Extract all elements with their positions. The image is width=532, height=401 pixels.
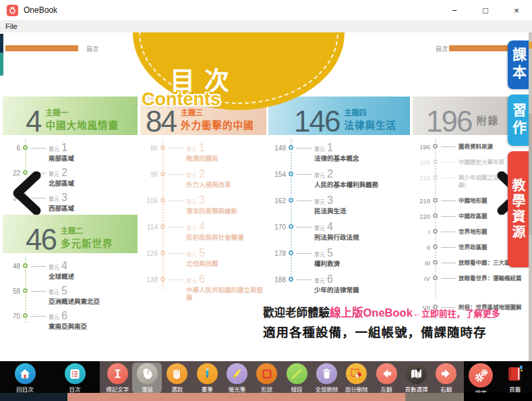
tool-toc-button[interactable]: 目次 xyxy=(60,363,90,394)
tool-mouse-button[interactable]: 滑鼠 xyxy=(132,363,162,394)
toc-item[interactable]: 96單元2外力入侵與改革 xyxy=(140,169,266,189)
toc-item[interactable]: 126單元5北伐與抗戰 xyxy=(140,248,266,268)
section-page-number: 84 xyxy=(146,109,176,135)
item-connector-line xyxy=(169,253,183,268)
item-connector-line xyxy=(441,247,456,251)
item-page-number: 148 xyxy=(268,143,286,163)
toc-item[interactable]: 170單元4刑法與行政法規 xyxy=(268,222,410,242)
tool-page-right-button[interactable]: 右翻 xyxy=(432,363,461,394)
unit-number: 1 xyxy=(327,142,333,153)
tab-textbook[interactable]: 課本 xyxy=(508,41,529,89)
tool-home-button[interactable]: 回目次 xyxy=(10,363,40,394)
settings-icon xyxy=(469,363,493,387)
item-page-number: 126 xyxy=(140,248,158,268)
tool-line-button[interactable]: 線段 xyxy=(282,363,312,394)
tool-bookmark-button[interactable]: 頁籤 xyxy=(500,363,530,394)
toc-item[interactable]: 138單元6中華人民共和國的建立與發展 xyxy=(140,275,266,301)
item-title: 亞洲概述與東北亞 xyxy=(49,298,138,305)
toc-item[interactable]: 58單元5亞洲概述與東北亞 xyxy=(3,286,138,310)
promo-link-goto[interactable]: ←立即前往，了解更多 xyxy=(413,309,500,319)
tool-page-select-button[interactable]: 頁數選擇 xyxy=(401,363,431,394)
tool-label: 畫筆 xyxy=(202,385,213,393)
toc-item[interactable]: 114單元4民初政局與社會變遷 xyxy=(140,222,266,242)
unit-label: 單元 xyxy=(49,171,59,178)
prev-page-arrow[interactable] xyxy=(11,171,43,215)
tool-pen-button[interactable]: 畫筆 xyxy=(192,363,222,394)
unit-label: 單元 xyxy=(186,252,197,258)
strip-segment-dark xyxy=(0,393,67,401)
toc-item[interactable]: IV放眼看世界：運輸樞紐篇 xyxy=(413,275,532,282)
tab-workbook[interactable]: 習作 xyxy=(508,95,529,146)
tool-mark-text-button[interactable]: 標記文字 xyxy=(102,363,132,394)
item-page-number: 96 xyxy=(140,169,158,189)
tab-teaching-resources[interactable]: 教學資源 xyxy=(508,151,529,267)
tool-label: 頁數選擇 xyxy=(405,385,427,393)
unit-label: 單元 xyxy=(49,290,59,296)
toc-item[interactable]: 188單元6少年的法律常識 xyxy=(268,275,410,294)
tool-shape-button[interactable]: 形狀 xyxy=(252,363,282,394)
section-title: 外力衝擊的中國 xyxy=(181,117,254,132)
toolbar-bottom-strip xyxy=(0,393,532,401)
section-banner[interactable]: 46主題二多元新世界 xyxy=(3,215,138,253)
item-title: 西部區域 xyxy=(49,205,138,212)
tool-select-button[interactable]: 選取 xyxy=(162,363,192,394)
unit-label: 單元 xyxy=(314,252,325,258)
close-button[interactable]: × xyxy=(501,0,532,20)
item-connector-line xyxy=(441,232,456,236)
section-page-number: 196 xyxy=(426,109,471,135)
section-banner[interactable]: 4主題一中國大地風情畫 xyxy=(3,97,138,135)
promo-text-line2: 適用各種設備，一組帳號，備課隨時存 xyxy=(263,323,512,340)
unit-label: 單元 xyxy=(186,278,197,284)
toc-item[interactable]: 86單元1晚清的變局 xyxy=(140,143,266,163)
tool-highlighter-button[interactable]: 螢光筆 xyxy=(222,363,252,394)
tool-delete-part-button[interactable]: 部分刪除 xyxy=(342,363,372,394)
item-connector-line xyxy=(441,200,456,205)
toc-item[interactable]: 48單元4全球概述 xyxy=(3,261,138,285)
unit-label: 單元 xyxy=(186,173,197,179)
strip-segment-black xyxy=(464,393,532,401)
delete-part-icon xyxy=(346,363,367,384)
item-title: 晚清的變局 xyxy=(186,155,266,162)
item-dot-marker xyxy=(286,275,297,294)
window-title: OneBook xyxy=(24,5,57,15)
minimize-button[interactable]: − xyxy=(439,0,470,20)
tool-label: 回目次 xyxy=(16,385,34,393)
menu-file[interactable]: File xyxy=(0,22,23,30)
toc-item[interactable]: 178單元5權利救濟 xyxy=(268,248,410,268)
item-dot-marker xyxy=(286,169,297,189)
toc-item[interactable]: 106單元3清末的衰頹與維新 xyxy=(140,196,266,215)
item-dot-marker xyxy=(430,228,441,236)
toc-item[interactable]: 70單元6東南亞與南亞 xyxy=(3,311,138,335)
section-banner[interactable]: 146主題四法律與生活 xyxy=(268,97,410,135)
toc-item[interactable]: 154單元2人民的基本權利與義務 xyxy=(268,169,410,189)
unit-label: 單元 xyxy=(49,315,59,321)
toc-item[interactable]: 6單元1南部區域 xyxy=(3,143,138,167)
tool-delete-all-button[interactable]: 全部刪除 xyxy=(312,363,341,394)
tool-label: 目次 xyxy=(69,385,80,393)
strip-segment-salmon xyxy=(67,393,405,401)
right-panel-edge[interactable] xyxy=(529,32,532,361)
unit-number: 3 xyxy=(199,194,205,206)
item-dot-marker xyxy=(286,196,297,215)
bottom-toolbar: 回目次目次 標記文字滑鼠選取畫筆螢光筆形狀線段全部刪除部分刪除左翻頁數選擇右翻 … xyxy=(0,361,532,393)
item-title: 少年的法律常識 xyxy=(314,286,410,294)
tool-label: 滑鼠 xyxy=(142,385,153,393)
item-dot-marker xyxy=(20,261,31,285)
section-page-number: 46 xyxy=(26,227,56,253)
toc-item[interactable]: 162單元3民法與生活 xyxy=(268,196,410,215)
maximize-button[interactable]: □ xyxy=(470,0,501,20)
item-page-number: 86 xyxy=(140,143,158,163)
tool-settings-button[interactable]: 設定 xyxy=(466,363,496,397)
item-page-number: I xyxy=(413,228,430,236)
promo-link-onebook[interactable]: 線上版OneBook xyxy=(330,306,413,319)
item-page-number: 138 xyxy=(140,275,158,301)
toc-item[interactable]: 148單元1法律的基本概念 xyxy=(268,143,410,163)
item-connector-line xyxy=(31,316,46,335)
tool-label: 標記文字 xyxy=(106,385,129,393)
unit-label: 單元 xyxy=(314,199,325,205)
toc-icon xyxy=(65,363,86,384)
unit-number: 2 xyxy=(61,167,67,178)
menu-bar: File xyxy=(0,20,532,32)
tool-page-left-button[interactable]: 左翻 xyxy=(372,363,401,394)
item-dot-marker xyxy=(158,248,169,268)
